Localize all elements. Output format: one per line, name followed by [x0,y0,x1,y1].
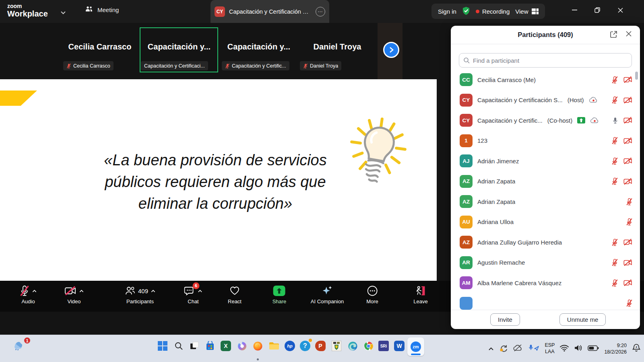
panel-scrollbar[interactable] [635,72,638,80]
sri-icon[interactable]: SRi [377,339,390,352]
close-button[interactable] [611,0,630,20]
restore-button[interactable] [588,0,607,20]
notification-bell-icon[interactable]: z [632,343,641,354]
participant-row[interactable]: 1123 [451,131,640,151]
zoom-app-icon[interactable]: zm [409,340,422,353]
video-label: Video [64,298,84,304]
next-participants-button[interactable] [383,42,399,58]
windows-taskbar: 1 X hp ? [0,335,644,362]
hp-icon[interactable]: hp [283,339,296,352]
edge-icon[interactable] [346,339,359,352]
firefox-icon[interactable] [251,339,264,352]
mic-muted-icon [66,63,71,69]
excel-icon[interactable]: X [219,339,232,352]
participant-name: Adrian Zapata [477,198,515,205]
file-explorer-icon[interactable] [268,339,281,352]
react-button[interactable]: React [228,285,242,304]
participants-panel: Participants (409) Find a participant CC… [451,26,640,329]
participant-row[interactable]: AMAlba Marlene Cabrera Vásquez [451,273,640,293]
tray-chevron-up-icon[interactable] [488,345,494,352]
share-button[interactable]: Share [272,285,287,304]
invite-button[interactable]: Invite [490,313,520,326]
language-indicator[interactable]: ESPLAA [545,342,555,355]
get-help-icon[interactable]: ? [299,339,312,352]
participant-row[interactable]: ARAgustin Remache [451,253,640,273]
video-tile-name: Daniel Troya [298,42,377,51]
tab-more-icon[interactable]: … [316,7,325,16]
participant-row[interactable]: CYCapacitación y Certificación S...(Host… [451,90,640,111]
view-button[interactable]: View [515,8,538,15]
battery-icon[interactable] [588,345,599,353]
participant-row[interactable]: AZAdrian Zapata [451,171,640,192]
weather-widget[interactable] [11,339,25,353]
crest-app-icon[interactable] [330,339,343,352]
wifi-icon[interactable] [560,345,569,353]
tile-name-chip: Daniel Troya [300,61,341,70]
camera-off-icon [623,157,633,165]
ai-companion-button[interactable]: AI Companion [311,285,344,304]
meeting-people-icon [85,6,93,14]
audio-button[interactable]: Audio [20,285,37,304]
more-button[interactable]: More [366,285,378,304]
participant-name: Adriana Ulloa [477,218,514,225]
tile-name-chip: Cecilia Carrasco [63,61,114,70]
participant-row[interactable]: AJAdrián Jimenez [451,151,640,171]
participant-row[interactable] [451,293,640,310]
chrome-icon[interactable] [362,339,375,352]
start-button[interactable] [156,339,169,352]
cloud-offline-icon[interactable] [513,344,523,354]
powerpoint-icon[interactable]: P [314,339,327,352]
leave-button[interactable]: Leave [413,285,427,304]
copilot-icon[interactable] [235,339,248,352]
participants-button[interactable]: 409 Participants [125,285,155,304]
mic-muted-icon [611,137,618,144]
sign-in-button[interactable]: Sign in [438,8,456,15]
participants-panel-footer: Invite Unmute me [451,310,640,329]
help-badge-dot [309,339,312,342]
chat-label: Chat [184,298,202,304]
mic-location-indicators-icon[interactable] [528,344,539,354]
security-shield-icon[interactable] [462,6,470,16]
pop-out-icon[interactable] [610,31,617,40]
tab-active-meeting[interactable]: CY Capacitación y Certificación Serco … [211,0,329,23]
recording-cloud-icon [590,117,599,124]
close-panel-icon[interactable] [625,31,632,39]
share-label: Share [272,298,287,304]
view-label: View [515,8,528,15]
video-button[interactable]: Video [64,285,84,304]
mic-muted-icon [611,76,618,84]
minimize-button[interactable] [565,0,584,20]
participant-row[interactable]: AUAdriana Ulloa [451,212,640,232]
onedrive-sync-icon[interactable] [499,343,508,354]
unmute-me-button[interactable]: Unmute me [559,313,606,326]
chat-options-chevron-icon[interactable] [198,290,202,292]
video-tile-name: Capacitación y... [219,42,298,51]
tab-meeting[interactable]: Meeting [85,6,119,14]
participant-row[interactable]: CCCecilia Carrasco (Me) [451,70,640,90]
meeting-avatar: CY [215,6,225,17]
task-view-icon[interactable] [188,339,201,352]
participant-row[interactable]: AZAdrian Zapata [451,191,640,212]
participant-name: Alba Marlene Cabrera Vásquez [477,280,561,286]
camera-off-icon [623,76,633,83]
participant-row[interactable]: AZAdriana Zullay Guijarro Heredia [451,232,640,253]
audio-options-chevron-icon[interactable] [32,290,37,292]
video-options-chevron-icon[interactable] [79,290,84,292]
more-ellipsis-icon [367,286,378,296]
volume-icon[interactable] [574,344,582,353]
recording-indicator[interactable]: Recording [476,8,510,15]
participants-options-chevron-icon[interactable] [151,290,155,292]
microsoft-store-icon[interactable] [204,339,217,352]
mic-muted-icon [611,239,618,246]
taskbar-search-icon[interactable] [172,339,185,352]
find-participant-input[interactable]: Find a participant [459,53,632,68]
word-icon[interactable]: W [393,339,406,352]
tray-clock[interactable]: 9:2018/2/2026 [604,342,627,356]
search-placeholder: Find a participant [473,57,519,64]
workspace-chevron-down-icon[interactable] [60,9,66,16]
camera-off-icon [623,239,633,246]
participants-icon [125,286,135,296]
participant-row[interactable]: CYCapacitación y Certific...(Co-host) [451,110,640,131]
chat-button[interactable]: 6 Chat [184,285,202,304]
participant-name: Cecilia Carrasco (Me) [477,76,536,83]
